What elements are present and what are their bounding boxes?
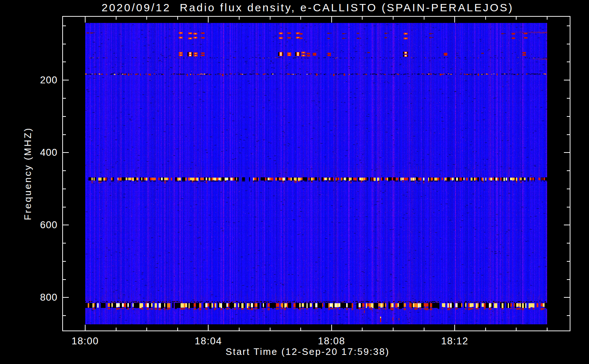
x-axis-tick [300, 328, 301, 331]
x-axis-tick [208, 17, 209, 23]
x-axis-tick [331, 325, 332, 331]
y-axis-tick [564, 80, 570, 80]
chart-title: 2020/09/12 Radio flux density, e-CALLIST… [53, 1, 562, 14]
y-axis-tick [567, 116, 570, 117]
x-tick-label: 18:00 [60, 336, 111, 347]
y-axis-tick [564, 152, 570, 153]
x-axis-tick [547, 328, 548, 331]
x-axis-tick [270, 17, 270, 20]
y-axis-tick [567, 170, 570, 171]
y-axis-tick [63, 134, 66, 135]
y-axis-tick [63, 225, 69, 225]
x-axis-tick [362, 17, 363, 20]
x-axis-tick [239, 17, 240, 20]
y-axis-tick [567, 243, 570, 244]
y-axis-tick [567, 98, 570, 99]
y-axis-tick [564, 297, 570, 298]
y-axis-tick [567, 261, 570, 262]
y-axis-tick [63, 25, 66, 26]
y-axis-tick [63, 62, 66, 62]
x-axis-tick [300, 17, 301, 20]
x-axis-tick [331, 17, 332, 23]
x-axis-tick [177, 328, 178, 331]
y-axis-label: Frequency (MHZ) [22, 127, 33, 220]
y-axis-tick [567, 134, 570, 135]
y-axis-tick [63, 152, 69, 153]
x-axis-tick [146, 328, 147, 331]
x-axis-label: Start Time (12-Sep-20 17:59:38) [53, 346, 562, 357]
y-axis-tick [63, 189, 66, 189]
x-tick-label: 18:08 [306, 336, 357, 347]
y-axis-tick [63, 243, 66, 244]
y-axis-tick [567, 25, 570, 26]
x-axis-tick [393, 17, 394, 20]
x-axis-tick [239, 328, 240, 331]
x-axis-tick [393, 328, 394, 331]
y-axis-tick [63, 116, 66, 117]
x-axis-tick [424, 328, 424, 331]
y-axis-tick [63, 297, 69, 298]
x-axis-tick [177, 17, 178, 20]
y-axis-tick [63, 170, 66, 171]
x-axis-tick [516, 328, 517, 331]
y-axis-tick [567, 207, 570, 207]
x-axis-tick [116, 328, 116, 331]
x-axis-tick [454, 325, 455, 331]
spectrogram-canvas [85, 23, 547, 324]
y-axis-tick [564, 225, 570, 225]
x-axis-tick [485, 328, 486, 331]
x-axis-tick [547, 17, 548, 20]
x-axis-tick [116, 17, 116, 20]
x-axis-tick [85, 17, 86, 23]
y-axis-tick [567, 44, 570, 44]
x-tick-label: 18:12 [429, 336, 480, 347]
y-axis-tick [63, 80, 69, 80]
y-axis-tick [567, 279, 570, 280]
y-axis-tick [63, 315, 66, 316]
y-axis-tick [63, 261, 66, 262]
x-axis-tick [362, 328, 363, 331]
spectrogram-screenshot: 2020/09/12 Radio flux density, e-CALLIST… [0, 0, 589, 364]
y-axis-tick [63, 279, 66, 280]
y-axis-tick [567, 62, 570, 62]
y-axis-tick [63, 44, 66, 44]
y-tick-label: 800 [21, 292, 58, 302]
x-axis-tick [270, 328, 270, 331]
x-axis-tick [516, 17, 517, 20]
x-axis-tick [454, 17, 455, 23]
x-axis-tick [485, 17, 486, 20]
x-axis-tick [146, 17, 147, 20]
x-axis-tick [85, 325, 86, 331]
y-axis-tick [63, 207, 66, 207]
y-axis-tick [63, 98, 66, 99]
y-axis-tick [567, 189, 570, 189]
x-axis-tick [424, 17, 424, 20]
x-tick-label: 18:04 [183, 336, 234, 347]
y-axis-tick [567, 315, 570, 316]
y-tick-label: 200 [21, 75, 58, 85]
x-axis-tick [208, 325, 209, 331]
y-tick-label: 600 [21, 220, 58, 230]
